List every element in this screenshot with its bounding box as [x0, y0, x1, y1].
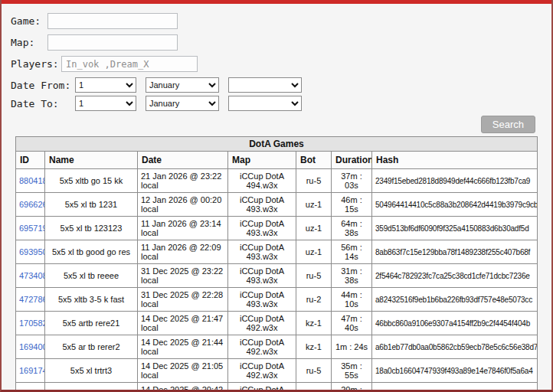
cell-hash: 18a0cb16604747939f493a89e14e7846f0f5a6a4 — [371, 359, 537, 383]
page: Game: Map: Players: Date From: 1 January… — [0, 0, 553, 392]
cell-name: 5x5 xl trtrt3 — [44, 359, 137, 383]
game-id-link[interactable]: 472786 — [19, 295, 45, 304]
table-row: 6966265x5 xl tb 123112 Jan 2026 @ 00:20 … — [15, 193, 537, 217]
cell-id: 693950 — [15, 240, 44, 264]
cell-bot: ru-5 — [296, 359, 331, 383]
cell-duration: 56m : 14s — [331, 240, 371, 264]
players-label: Players: — [11, 58, 61, 70]
cell-id: 169400 — [15, 335, 44, 359]
game-input[interactable] — [47, 13, 178, 29]
game-id-link[interactable]: 169400 — [19, 342, 45, 351]
cell-date: 31 Dec 2025 @ 23:22 local — [137, 264, 227, 288]
cell-bot: uz-1 — [296, 240, 331, 264]
cell-map: iCCup DotA 493.w3x — [227, 217, 296, 240]
games-table: DotA Games ID Name Date Map Bot Duration… — [15, 136, 538, 392]
table-row: 4734085x5 xl tb reeee31 Dec 2025 @ 23:22… — [15, 264, 537, 288]
game-id-link[interactable]: 696626 — [19, 200, 45, 209]
cell-name: 5x5 ar tb rerer2 — [44, 335, 137, 359]
cell-duration: 37m : 03s — [331, 169, 371, 193]
cell-bot: kz-1 — [296, 335, 331, 359]
game-id-link[interactable]: 693950 — [19, 247, 45, 256]
cell-name: 5x5 xl tb good go res — [44, 240, 137, 264]
table-title: DotA Games — [15, 137, 537, 152]
cell-duration: 64m : 38s — [331, 217, 371, 240]
game-label: Game: — [11, 15, 47, 27]
cell-duration: 46m : 15s — [331, 193, 371, 217]
cell-date: 31 Dec 2025 @ 22:28 local — [137, 288, 227, 312]
date-from-month-select[interactable]: January — [146, 77, 219, 93]
date-to-row: Date To: 1 January — [11, 96, 551, 111]
cell-id: 473408 — [15, 264, 44, 288]
cell-hash: 359d513bf6df6090f9f325a4150883d6b30adf5d — [371, 217, 537, 240]
game-id-link[interactable]: 169174 — [19, 366, 45, 375]
table-title-row: DotA Games — [15, 137, 537, 152]
table-row: 1705825x5 artb rere2114 Dec 2025 @ 21:47… — [15, 312, 537, 335]
cell-hash: 46bbc860a9106e9307a4154ff2b9c2f4454f404b — [371, 312, 537, 335]
cell-map: iCCup DotA 493.w3x — [227, 240, 296, 264]
cell-bot: ru-5 — [296, 264, 331, 288]
cell-duration: 20m : 34s — [331, 383, 371, 392]
cell-bot: uz-1 — [296, 217, 331, 240]
map-input[interactable] — [47, 34, 178, 51]
cell-map: iCCup DotA 493.w3x — [227, 264, 296, 288]
cell-id: 696626 — [15, 193, 44, 217]
cell-name: 5x5 xl tb 123123 — [44, 217, 137, 240]
cell-bot: ru-5 — [296, 383, 331, 392]
cell-map: iCCup DotA 492.w3x — [227, 359, 296, 383]
cell-duration: 1m : 24s — [331, 335, 371, 359]
cell-duration: 44m : 10s — [331, 288, 371, 312]
search-button[interactable]: Search — [481, 116, 535, 133]
cell-date: 21 Jan 2026 @ 23:22 local — [137, 169, 227, 193]
column-header-id: ID — [15, 152, 44, 169]
cell-date: 14 Dec 2025 @ 21:44 local — [137, 335, 227, 359]
game-id-link[interactable]: 880418 — [19, 176, 45, 185]
cell-hash: 504964414410c5c88a3b208642d4419b3979c9cb — [371, 193, 537, 217]
game-row: Game: — [11, 13, 551, 29]
cell-name: 5x5 ar tb rerer32 — [44, 383, 137, 392]
game-id-link[interactable]: 170582 — [19, 318, 45, 328]
cell-duration: 31m : 38s — [331, 264, 371, 288]
column-header-name: Name — [44, 152, 137, 169]
cell-bot: kz-1 — [296, 312, 331, 335]
cell-map: iCCup DotA 494.w3x — [227, 169, 296, 193]
cell-id: 168114 — [15, 383, 44, 392]
date-from-year-select[interactable] — [228, 77, 302, 93]
cell-hash: 2f5464c782923fc7ca25c38cd1cfe71dcbc7236e — [371, 264, 537, 288]
games-table-body: 8804185x5 xltb go 15 kk21 Jan 2026 @ 23:… — [15, 169, 537, 392]
cell-hash: 2349f15ebed2818d8949def44c666fb123fb7ca9 — [371, 169, 537, 193]
cell-id: 169174 — [15, 359, 44, 383]
column-header-map: Map — [227, 152, 296, 169]
table-row: 1691745x5 xl trtrt314 Dec 2025 @ 21:05 l… — [15, 359, 537, 383]
cell-duration: 47m : 40s — [331, 312, 371, 335]
cell-date: 14 Dec 2025 @ 21:05 local — [137, 359, 227, 383]
cell-hash: 4532f7b149cf9157a6c286f597c1ccf8c69ff39f — [371, 383, 537, 392]
cell-name: 5x5 xl tb 1231 — [44, 193, 137, 217]
cell-name: 5x5 artb rere21 — [44, 312, 137, 335]
cell-bot: ru-2 — [296, 288, 331, 312]
cell-date: 11 Jan 2026 @ 22:09 local — [137, 240, 227, 264]
cell-date: 14 Dec 2025 @ 21:47 local — [137, 312, 227, 335]
date-to-day-select[interactable]: 1 — [75, 96, 136, 111]
cell-hash: a82432516f9eb1b6ba226fb93df757e48e5073cc — [371, 288, 537, 312]
date-from-day-select[interactable]: 1 — [75, 77, 136, 93]
cell-map: iCCup DotA 492.w3x — [227, 383, 296, 392]
map-label: Map: — [11, 37, 47, 48]
date-to-month-select[interactable]: January — [146, 96, 219, 111]
game-id-link[interactable]: 695719 — [19, 224, 45, 233]
cell-bot: uz-1 — [296, 193, 331, 217]
cell-map: iCCup DotA 492.w3x — [227, 335, 296, 359]
cell-id: 880418 — [15, 169, 44, 193]
cell-hash: 8ab863f7c15e129bba78f1489238f255c407b68f — [371, 240, 537, 264]
cell-bot: ru-5 — [296, 169, 331, 193]
cell-id: 170582 — [15, 312, 44, 335]
date-to-year-select[interactable] — [228, 96, 302, 111]
cell-hash: a6b1eb77db0aa0b5862cb59ecb78e5c6c56e38d7 — [371, 335, 537, 359]
cell-id: 695719 — [15, 217, 44, 240]
column-header-duration: Duration — [331, 152, 371, 169]
search-form: Game: Map: Players: Date From: 1 January… — [2, 4, 551, 111]
table-row: 6939505x5 xl tb good go res11 Jan 2026 @… — [15, 240, 537, 264]
game-id-link[interactable]: 473408 — [19, 271, 45, 280]
players-input[interactable] — [61, 56, 198, 72]
cell-name: 5x5 xltb go 15 kk — [44, 169, 137, 193]
table-row: 6957195x5 xl tb 12312311 Jan 2026 @ 23:1… — [15, 217, 537, 240]
